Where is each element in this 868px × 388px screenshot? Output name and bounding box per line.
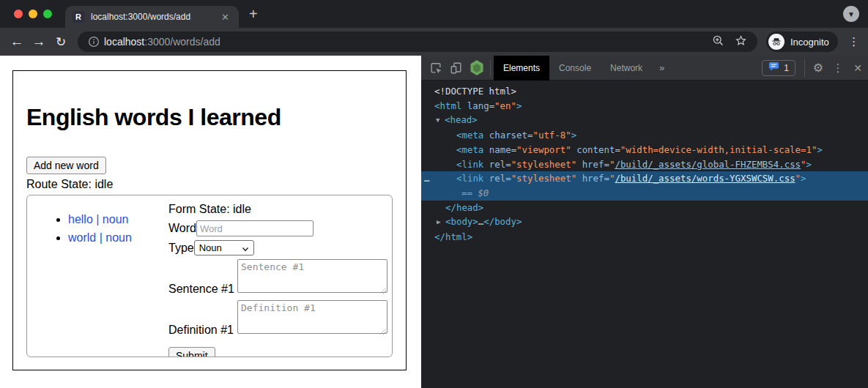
settings-gear-icon[interactable]: ⚙ bbox=[808, 59, 828, 78]
code-token: rel bbox=[489, 173, 505, 184]
reload-button[interactable]: ↻ bbox=[50, 34, 72, 50]
inspect-element-icon[interactable] bbox=[426, 59, 446, 78]
code-token: lang bbox=[467, 100, 489, 111]
device-toolbar-icon[interactable] bbox=[446, 59, 467, 78]
url-path: :3000/words/add bbox=[144, 36, 220, 48]
zoom-icon[interactable] bbox=[712, 34, 724, 50]
devtools-code-line[interactable]: …<link rel="stylesheet" href="/build/_as… bbox=[421, 171, 868, 186]
code-token: /build/_assets/words-YGXSWCSW.css bbox=[615, 173, 795, 184]
code-token: = bbox=[604, 173, 609, 184]
incognito-icon bbox=[768, 34, 784, 50]
new-tab-button[interactable]: + bbox=[249, 6, 258, 23]
collapse-arrow-icon[interactable]: ▼ bbox=[436, 113, 445, 128]
web-page: English words I learned Add new word Rou… bbox=[0, 56, 421, 388]
code-token: <html bbox=[434, 100, 461, 111]
tab-strip: R localhost:3000/words/add ✕ + ▼ bbox=[0, 0, 868, 28]
expand-arrow-icon[interactable]: ▶ bbox=[437, 215, 445, 230]
devtools-code-line[interactable]: </head> bbox=[421, 201, 868, 215]
code-token: "width=device-width,initial-scale=1" bbox=[620, 144, 817, 155]
code-token: > bbox=[516, 100, 522, 111]
code-token bbox=[576, 173, 582, 184]
devtools-code-line[interactable]: <!DOCTYPE html> bbox=[421, 84, 868, 99]
code-token: content bbox=[576, 144, 615, 155]
definition-textarea[interactable] bbox=[237, 300, 387, 334]
type-select[interactable]: Noun bbox=[194, 240, 254, 255]
devtools-panel: Elements Console Network » 1 ⚙ ⋮ ✕ <!DOC… bbox=[421, 56, 868, 388]
code-token: "utf-8" bbox=[533, 130, 571, 141]
tab-elements[interactable]: Elements bbox=[494, 56, 549, 81]
url-text[interactable]: localhost:3000/words/add bbox=[104, 36, 712, 48]
submit-button[interactable]: Submit bbox=[168, 347, 215, 357]
maximize-window-button[interactable] bbox=[43, 10, 52, 18]
code-token: = bbox=[511, 144, 516, 155]
code-token: <meta bbox=[456, 144, 483, 155]
devtools-code-line[interactable]: <link rel="stylesheet" href="/build/_ass… bbox=[421, 157, 868, 172]
code-token: = bbox=[505, 173, 511, 184]
tab-title: localhost:3000/words/add bbox=[91, 12, 219, 22]
code-token: </html> bbox=[434, 231, 472, 242]
sentence-field-label: Sentence #1 bbox=[168, 283, 234, 296]
code-token: <link bbox=[456, 159, 483, 170]
code-token: "viewport" bbox=[516, 144, 571, 155]
devtools-code-line[interactable]: ▶<body>…</body> bbox=[421, 214, 868, 230]
code-token bbox=[483, 130, 489, 141]
form-state-text: Form State: idle bbox=[168, 203, 387, 216]
more-tabs-chevron[interactable]: » bbox=[652, 62, 672, 73]
list-item: hello | noun bbox=[68, 213, 168, 226]
back-button[interactable]: ← bbox=[6, 34, 28, 50]
sentence-textarea[interactable] bbox=[237, 259, 387, 293]
browser-tab[interactable]: R localhost:3000/words/add ✕ bbox=[65, 6, 239, 28]
close-window-button[interactable] bbox=[14, 10, 23, 18]
route-state-text: Route State: idle bbox=[26, 178, 393, 191]
code-token bbox=[483, 144, 489, 155]
devtools-code-line[interactable]: </html> bbox=[421, 230, 868, 245]
incognito-label: Incognito bbox=[790, 37, 829, 48]
code-token: <link bbox=[456, 173, 483, 184]
type-field-label: Type bbox=[168, 242, 194, 255]
code-token bbox=[483, 173, 489, 184]
devtools-code-line[interactable]: <meta name="viewport" content="width=dev… bbox=[421, 143, 868, 157]
chevron-down-icon bbox=[242, 242, 249, 255]
devtools-close-icon[interactable]: ✕ bbox=[847, 62, 868, 74]
code-token: > bbox=[806, 159, 812, 170]
page-title: English words I learned bbox=[26, 104, 393, 131]
address-bar[interactable]: localhost:3000/words/add bbox=[78, 31, 757, 52]
list-item: world | noun bbox=[68, 231, 168, 245]
site-info-icon[interactable] bbox=[88, 36, 100, 48]
browser-menu-button[interactable]: ⋮ bbox=[845, 35, 863, 48]
add-new-word-button[interactable]: Add new word bbox=[26, 157, 106, 174]
type-select-value: Noun bbox=[199, 242, 242, 253]
devtools-code-line[interactable]: <html lang="en"> bbox=[421, 99, 868, 113]
extension-hexagon-icon[interactable] bbox=[467, 59, 487, 78]
code-token: <head> bbox=[445, 114, 478, 125]
traffic-lights bbox=[0, 10, 52, 18]
word-input[interactable] bbox=[196, 220, 314, 236]
issues-counter[interactable]: 1 bbox=[762, 60, 795, 76]
devtools-toolbar: Elements Console Network » 1 ⚙ ⋮ ✕ bbox=[421, 56, 868, 81]
code-token: charset bbox=[489, 130, 527, 141]
devtools-code-line[interactable]: ▼<head> bbox=[421, 113, 868, 128]
word-link-hello[interactable]: hello | noun bbox=[68, 213, 128, 225]
code-token bbox=[576, 159, 582, 170]
code-token: "stylesheet" bbox=[511, 159, 577, 170]
devtools-code-line[interactable]: <meta charset="utf-8"> bbox=[421, 128, 868, 143]
devtools-menu-icon[interactable]: ⋮ bbox=[828, 61, 847, 75]
code-token: = bbox=[604, 159, 609, 170]
minimize-window-button[interactable] bbox=[29, 10, 37, 18]
code-token: > bbox=[571, 130, 576, 141]
bookmark-star-icon[interactable] bbox=[735, 34, 747, 50]
forward-button[interactable]: → bbox=[28, 34, 50, 50]
code-token: "en" bbox=[494, 100, 516, 111]
code-token: <!DOCTYPE html> bbox=[434, 86, 516, 97]
devtools-code-line[interactable]: == $0 bbox=[421, 186, 868, 201]
code-token: $0 bbox=[478, 187, 489, 198]
node-more-actions-icon[interactable]: … bbox=[424, 171, 429, 186]
word-link-world[interactable]: world | noun bbox=[68, 231, 132, 244]
search-tabs-button[interactable]: ▼ bbox=[843, 6, 859, 22]
browser-toolbar: ← → ↻ localhost:3000/words/add Incognito… bbox=[0, 28, 868, 56]
tab-close-icon[interactable]: ✕ bbox=[219, 12, 231, 23]
tab-console[interactable]: Console bbox=[549, 56, 601, 81]
toolbar-divider bbox=[804, 59, 805, 77]
window-content: English words I learned Add new word Rou… bbox=[0, 56, 868, 388]
tab-network[interactable]: Network bbox=[601, 56, 652, 81]
